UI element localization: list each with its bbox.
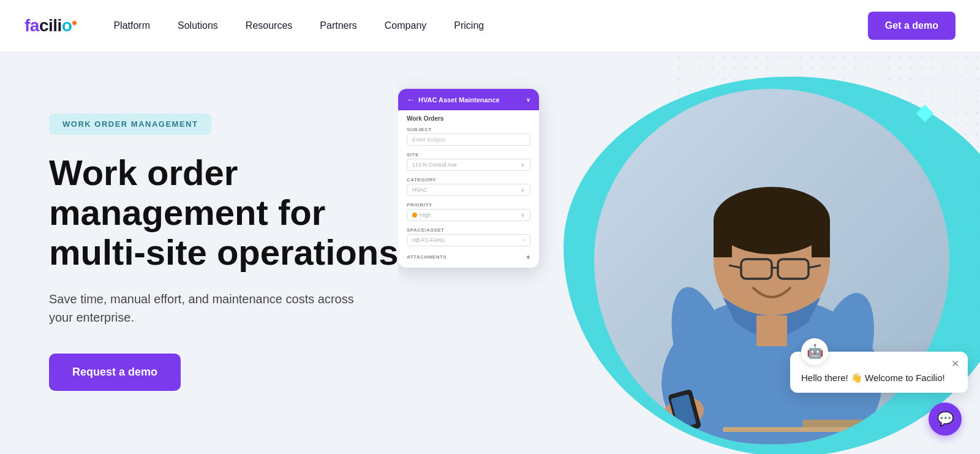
request-demo-button[interactable]: Request a demo [49,354,181,391]
nav-solutions[interactable]: Solutions [178,20,218,31]
hero-right: ← HVAC Asset Maintenance ∨ Work Orders S… [398,52,980,454]
wo-priority-field: PRIORITY High ∨ [398,200,539,225]
nav-resources[interactable]: Resources [246,20,292,31]
svg-rect-17 [756,316,787,346]
work-order-card: ← HVAC Asset Maintenance ∨ Work Orders S… [398,89,539,268]
chat-open-button[interactable]: 💬 [929,403,962,436]
attachment-plus-icon[interactable]: + [526,252,530,262]
chat-icon: 💬 [937,411,954,427]
site-chevron: ∨ [521,162,525,168]
nav-pricing[interactable]: Pricing [454,20,484,31]
wo-section-title: Work Orders [398,110,539,124]
nav-partners[interactable]: Partners [320,20,356,31]
wo-subject-field: SUBJECT Enter Subject [398,124,539,149]
wo-site-field: SITE 110 N Central Ave ∨ [398,149,539,175]
navbar: facilio Platform Solutions Resources Par… [0,0,980,52]
person-svg [612,126,931,444]
svg-rect-3 [714,221,732,257]
space-arrow: › [523,237,525,243]
chat-welcome-message: Hello there! 👋 Welcome to Facilio! [801,371,957,384]
category-badge: WORK ORDER MANAGEMENT [49,113,211,135]
chat-bot-icon: 🤖 [801,338,828,365]
nav-links: Platform Solutions Resources Partners Co… [113,20,867,31]
get-demo-button[interactable]: Get a demo [868,12,956,40]
chat-close-button[interactable]: ✕ [951,358,959,369]
wo-category-field: CATEGORY HVAC ∨ [398,175,539,200]
logo[interactable]: facilio [24,16,77,36]
nav-company[interactable]: Company [385,20,426,31]
wo-space-field: SPACE/ASSET HB-F1-FAHU › [398,225,539,250]
hero-section: WORK ORDER MANAGEMENT Work order managem… [0,52,980,454]
wo-attachments-field: ATTACHMENTS + [398,250,539,268]
chat-widget: 🤖 ✕ Hello there! 👋 Welcome to Facilio! [790,352,968,393]
priority-chevron: ∨ [521,212,525,218]
hero-subtitle: Save time, manual effort, and maintenanc… [49,290,380,327]
priority-dot [412,213,417,218]
category-chevron: ∨ [521,187,525,193]
wo-card-header: ← HVAC Asset Maintenance ∨ [398,89,539,110]
nav-platform[interactable]: Platform [113,20,150,31]
wo-header-title: HVAC Asset Maintenance [418,96,500,104]
wo-chevron-icon: ∨ [526,97,530,103]
svg-rect-4 [812,221,830,257]
back-arrow-icon: ← [407,95,415,104]
logo-text: facilio [24,16,77,36]
